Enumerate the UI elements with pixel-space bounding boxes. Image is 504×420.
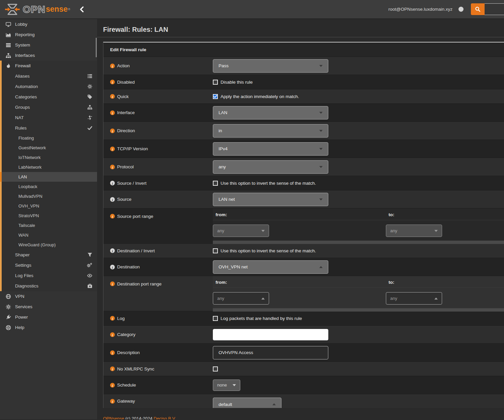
- brand-text-primary: OPN: [23, 4, 46, 14]
- field-label: Category: [117, 332, 136, 337]
- row-action: Action Pass: [103, 57, 504, 75]
- source-port-from-select[interactable]: any: [213, 225, 269, 237]
- rules-item-mullvadvpn[interactable]: MullvadVPN: [2, 191, 97, 201]
- info-icon[interactable]: [110, 197, 115, 202]
- source-select[interactable]: LAN net: [213, 193, 328, 206]
- to-column-header: to:: [386, 212, 504, 217]
- info-icon[interactable]: [110, 399, 115, 404]
- sidebar-item-label: Power: [15, 315, 28, 320]
- rules-item-floating[interactable]: Floating: [2, 133, 97, 143]
- sidebar-item-log-files[interactable]: Log Files: [2, 270, 97, 281]
- info-icon[interactable]: [110, 366, 115, 371]
- category-input[interactable]: [213, 329, 328, 340]
- rules-item-guestnetwork[interactable]: GuestNetwork: [2, 143, 97, 153]
- checkbox-label: Log packets that are handled by this rul…: [221, 316, 302, 321]
- info-icon[interactable]: [110, 64, 115, 68]
- sidebar-collapse-button[interactable]: [80, 6, 84, 12]
- info-icon[interactable]: [110, 316, 115, 321]
- info-icon[interactable]: [110, 94, 115, 99]
- sidebar-item-settings[interactable]: Settings: [2, 260, 97, 270]
- sidebar-item-categories[interactable]: Categories: [2, 92, 97, 102]
- logged-in-user: root@OPNsense.luxdomain.xyz: [388, 7, 452, 12]
- sidebar-item-nat[interactable]: NAT: [2, 112, 97, 123]
- from-column-header: from:: [213, 280, 386, 285]
- info-icon[interactable]: [110, 147, 115, 151]
- info-icon[interactable]: [110, 332, 115, 337]
- info-icon[interactable]: [110, 383, 115, 388]
- sidebar-item-label: Help: [15, 325, 24, 330]
- source-port-to-select[interactable]: any: [386, 225, 442, 237]
- destination-port-to-select[interactable]: any: [386, 292, 442, 305]
- action-select[interactable]: Pass: [213, 59, 328, 73]
- row-schedule: Schedule none: [103, 376, 504, 394]
- rules-item-lan[interactable]: LAN: [2, 172, 97, 182]
- rules-item-stratovpn[interactable]: StratoVPN: [2, 211, 97, 221]
- destination-invert-checkbox[interactable]: [213, 248, 218, 253]
- rules-item-labnetwork[interactable]: LabNetwork: [2, 162, 97, 172]
- rules-item-iotnetwork[interactable]: IoTNetwork: [2, 153, 97, 162]
- info-icon[interactable]: [110, 350, 115, 355]
- row-destination-port-range: Destination port range from: to: any any: [103, 276, 504, 311]
- info-icon[interactable]: [110, 265, 115, 269]
- info-icon[interactable]: [110, 181, 115, 185]
- destination-port-from-select[interactable]: any: [213, 292, 269, 305]
- chevron-down-icon: [233, 384, 236, 386]
- info-icon[interactable]: [110, 214, 115, 219]
- sidebar-item-interfaces[interactable]: Interfaces: [0, 50, 97, 61]
- sidebar-item-system[interactable]: System: [0, 40, 97, 50]
- source-invert-checkbox[interactable]: [213, 181, 218, 186]
- deciso-footer-link[interactable]: Deciso B.V.: [154, 416, 176, 419]
- sitemap-icon: [87, 105, 92, 110]
- gateway-select[interactable]: default: [213, 398, 281, 408]
- info-icon[interactable]: [110, 248, 115, 253]
- sidebar-item-help[interactable]: Help: [0, 322, 97, 333]
- field-label: Gateway: [117, 399, 135, 404]
- field-label: Interface: [117, 110, 135, 115]
- info-icon[interactable]: [110, 281, 115, 286]
- field-label: Protocol: [117, 164, 134, 169]
- interface-select[interactable]: LAN: [213, 106, 328, 119]
- opnsense-footer-link[interactable]: OPNsense: [103, 416, 124, 419]
- row-source: Source LAN net: [103, 190, 504, 208]
- sidebar-item-rules[interactable]: Rules: [2, 123, 97, 133]
- search-input[interactable]: [485, 3, 504, 15]
- sidebar-item-firewall[interactable]: Firewall: [2, 61, 97, 71]
- sidebar-item-groups[interactable]: Groups: [2, 102, 97, 112]
- sidebar-item-label: VPN: [15, 294, 24, 299]
- description-input[interactable]: [213, 346, 328, 359]
- sidebar-item-diagnostics[interactable]: Diagnostics: [2, 281, 97, 291]
- no-xmlrpc-checkbox[interactable]: [213, 366, 218, 371]
- sidebar-item-lobby[interactable]: Lobby: [0, 19, 97, 29]
- schedule-select[interactable]: none: [213, 380, 240, 391]
- info-icon[interactable]: [110, 80, 115, 84]
- rules-item-ovh-vpn[interactable]: OVH_VPN: [2, 201, 97, 211]
- chevron-down-icon: [319, 130, 323, 132]
- sidebar-scrollbar-thumb[interactable]: [96, 38, 97, 57]
- sidebar-item-aliases[interactable]: Aliases: [2, 71, 97, 81]
- field-label: Schedule: [117, 383, 136, 388]
- rules-item-tailscale[interactable]: Tailscale: [2, 221, 97, 230]
- info-icon[interactable]: [110, 129, 115, 133]
- search-button[interactable]: [471, 3, 485, 15]
- row-category: Category: [103, 326, 504, 344]
- disabled-checkbox[interactable]: [213, 80, 218, 85]
- sidebar-item-automation[interactable]: Automation: [2, 81, 97, 92]
- info-icon[interactable]: [110, 165, 115, 169]
- info-icon[interactable]: [110, 110, 115, 115]
- brand-text-secondary: sense: [46, 5, 68, 13]
- destination-select[interactable]: OVH_VPN net: [213, 260, 328, 274]
- log-checkbox[interactable]: [213, 316, 218, 321]
- direction-select[interactable]: in: [213, 124, 328, 138]
- tcpip-version-select[interactable]: IPv4: [213, 142, 328, 156]
- protocol-select[interactable]: any: [213, 160, 328, 174]
- search-icon: [475, 6, 481, 12]
- rules-item-wan[interactable]: WAN: [2, 230, 97, 240]
- sidebar-item-power[interactable]: Power: [0, 312, 97, 322]
- quick-checkbox[interactable]: [213, 94, 218, 99]
- rules-item-loopback[interactable]: Loopback: [2, 182, 97, 191]
- rules-item-wireguard-group[interactable]: WireGuard (Group): [2, 240, 97, 250]
- sidebar-item-services[interactable]: Services: [0, 302, 97, 312]
- sidebar-item-shaper[interactable]: Shaper: [2, 250, 97, 260]
- sidebar-item-reporting[interactable]: Reporting: [0, 29, 97, 40]
- sidebar-item-vpn[interactable]: VPN: [0, 291, 97, 302]
